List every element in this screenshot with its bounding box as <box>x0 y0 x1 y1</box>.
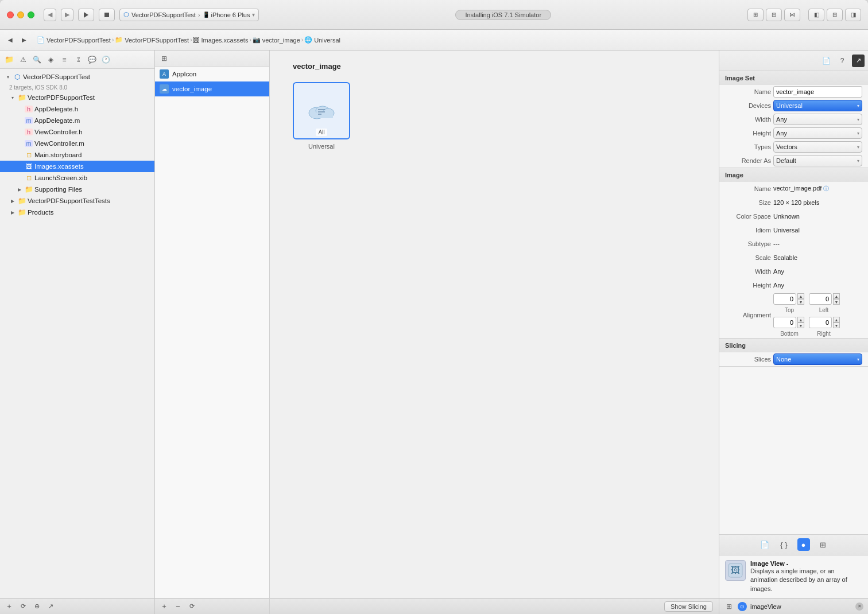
inspector-quick-icon[interactable]: ? <box>836 55 848 67</box>
bottom-close-btn[interactable]: ✕ <box>855 603 863 611</box>
tree-item-file6[interactable]: 🖼 Images.xcassets <box>0 161 154 172</box>
breadcrumb-item-5[interactable]: 🌐 Universal <box>304 36 340 44</box>
name-input[interactable] <box>773 86 862 98</box>
height-select[interactable]: Any ▾ <box>773 127 862 139</box>
breadcrumb-item-4[interactable]: 📷 vector_image <box>253 36 300 44</box>
bottom-down-arrow[interactable]: ▼ <box>797 322 804 328</box>
right-down-arrow[interactable]: ▼ <box>833 322 840 328</box>
disclosure-group1[interactable]: ▾ <box>9 94 16 101</box>
devices-select[interactable]: Universal ▾ <box>773 100 862 111</box>
inspector-grid-tab[interactable]: ⊞ <box>817 538 830 551</box>
editor-standard-button[interactable]: ⊞ <box>747 9 764 21</box>
minimize-button[interactable] <box>17 11 24 18</box>
right-up-arrow[interactable]: ▲ <box>833 317 840 322</box>
tree-item-group1[interactable]: ▾ 📁 VectorPDFSupportTest <box>0 92 154 103</box>
inspector-row-imgname: Name vector_image.pdf ⓘ <box>719 182 868 196</box>
tree-item-file7[interactable]: ⊡ LaunchScreen.xib <box>0 172 154 184</box>
asset-list-panel: ⊞ A AppIcon ☁ vector_image + − ⟳ <box>155 50 270 614</box>
breadcrumb-item-3[interactable]: 🖼 Images.xcassets <box>193 37 248 44</box>
scheme-selector[interactable]: ⬡ VectorPDFSupportTest › 📱 iPhone 6 Plus… <box>119 9 259 21</box>
breadcrumb-nav-fwd-btn[interactable]: ▶ <box>18 35 30 45</box>
breadcrumb-item-2[interactable]: 📁 VectorPDFSupportTest <box>115 36 189 44</box>
tree-item-file4[interactable]: m ViewController.m <box>0 138 154 149</box>
tree-label-file5: Main.storyboard <box>34 151 82 158</box>
image-slot-universal[interactable]: All <box>293 82 350 139</box>
tree-item-group3[interactable]: ▶ 📁 VectorPDFSupportTestTests <box>0 195 154 207</box>
top-stepper: ▲ ▼ <box>773 293 804 305</box>
left-down-arrow[interactable]: ▼ <box>833 299 840 305</box>
tree-item-root[interactable]: ▾ ⬡ VectorPDFSupportTest <box>0 71 154 83</box>
left-up-arrow[interactable]: ▲ <box>833 293 840 299</box>
debug-toggle[interactable]: ⊟ <box>827 9 843 21</box>
bottom-arrows: ▲ ▼ <box>797 317 804 328</box>
left-input[interactable] <box>809 293 832 305</box>
nav-filter2-btn[interactable]: ⟳ <box>17 601 29 612</box>
bottom-input[interactable] <box>773 317 796 328</box>
asset-add-btn[interactable]: + <box>158 601 170 612</box>
slices-select[interactable]: None ▾ <box>773 353 862 365</box>
editor-version-button[interactable]: ⋈ <box>784 9 800 21</box>
asset-label-vector: vector_image <box>172 86 212 92</box>
nav-forward-button[interactable]: ▶ <box>61 9 73 21</box>
breadcrumb-nav-btn[interactable]: ◀ <box>5 35 16 45</box>
tree-item-file2[interactable]: m AppDelegate.m <box>0 115 154 126</box>
nav-add-btn[interactable]: + <box>3 601 15 612</box>
width-arrow: ▾ <box>857 117 859 122</box>
nav-search-icon[interactable]: 🔍 <box>31 55 42 65</box>
top-up-arrow[interactable]: ▲ <box>797 293 804 299</box>
asset-view-toggle[interactable]: ⊞ <box>158 53 170 64</box>
top-down-arrow[interactable]: ▼ <box>797 299 804 305</box>
inspector-circle-tab[interactable]: ● <box>797 538 810 551</box>
nav-warning-icon[interactable]: ⚠ <box>17 55 29 65</box>
disclosure-group3[interactable]: ▶ <box>9 197 16 204</box>
editor-assistant-button[interactable]: ⊟ <box>766 9 782 21</box>
inspector-row-width: Width Any ▾ <box>719 112 868 126</box>
asset-item-vector-image[interactable]: ☁ vector_image <box>155 81 269 96</box>
stop-button[interactable] <box>99 9 115 21</box>
inspector-file-icon[interactable]: 📄 <box>820 55 832 67</box>
asset-filter-btn[interactable]: ⟳ <box>186 601 197 612</box>
nav-branch-icon[interactable]: ⑄ <box>72 55 84 65</box>
inspector-brace-tab[interactable]: { } <box>778 538 790 551</box>
nav-issue-btn[interactable]: ⊕ <box>31 601 42 612</box>
types-select[interactable]: Vectors ▾ <box>773 141 862 153</box>
tree-item-group4[interactable]: ▶ 📁 Products <box>0 207 154 218</box>
show-slicing-button[interactable]: Show Slicing <box>664 601 713 612</box>
renderas-select[interactable]: Default ▾ <box>773 155 862 166</box>
grid-view-icon[interactable]: ⊞ <box>724 601 734 612</box>
top-input[interactable] <box>773 293 796 305</box>
navigator-toggle[interactable]: ◧ <box>808 9 824 21</box>
asset-remove-btn[interactable]: − <box>172 601 184 612</box>
nav-folder-icon[interactable]: 📁 <box>3 55 15 65</box>
nav-back-button[interactable]: ◀ <box>44 9 56 21</box>
inspector-panel: 📄 ? ↗ Image Set Name Devices <box>719 50 868 614</box>
slicing-section-header: Slicing <box>719 339 868 352</box>
nav-comment-icon[interactable]: 💬 <box>86 55 98 65</box>
disclosure-root[interactable]: ▾ <box>5 73 11 80</box>
inspector-identity-icon[interactable]: ↗ <box>852 55 865 67</box>
close-button[interactable] <box>7 11 14 18</box>
image-set-title: vector_image <box>293 62 341 71</box>
maximize-button[interactable] <box>28 11 34 18</box>
nav-list-icon[interactable]: ≡ <box>59 55 70 65</box>
tree-item-file1[interactable]: h AppDelegate.h <box>0 103 154 115</box>
right-input[interactable] <box>809 317 832 328</box>
bottom-up-arrow[interactable]: ▲ <box>797 317 804 322</box>
run-button[interactable] <box>78 9 94 21</box>
width-select[interactable]: Any ▾ <box>773 114 862 125</box>
inspector-file-tab[interactable]: 📄 <box>758 538 771 551</box>
nav-history-icon[interactable]: 🕐 <box>100 55 111 65</box>
asset-item-appicon[interactable]: A AppIcon <box>155 67 269 81</box>
tree-item-group2[interactable]: ▶ 📁 Supporting Files <box>0 184 154 195</box>
tree-item-file3[interactable]: h ViewController.h <box>0 126 154 138</box>
tree-item-file5[interactable]: ⊡ Main.storyboard <box>0 149 154 161</box>
nav-more-btn[interactable]: ↗ <box>45 601 56 612</box>
breadcrumb-item-1[interactable]: 📄 VectorPDFSupportTest <box>37 36 111 44</box>
nav-filter-icon[interactable]: ◈ <box>45 55 56 65</box>
disclosure-group4[interactable]: ▶ <box>9 209 16 216</box>
label-height: Height <box>725 130 771 137</box>
tree-label-root: VectorPDFSupportTest <box>23 73 90 80</box>
navigator-toolbar: 📁 ⚠ 🔍 ◈ ≡ ⑄ 💬 🕐 <box>0 50 154 69</box>
inspector-toggle[interactable]: ◨ <box>845 9 861 21</box>
disclosure-group2[interactable]: ▶ <box>16 186 23 193</box>
